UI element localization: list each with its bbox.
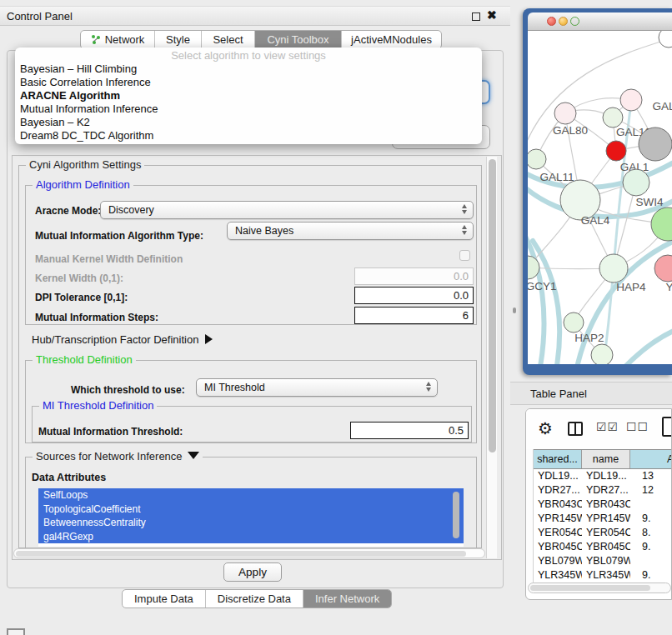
node-label: GAL11 [539,171,574,183]
network-node[interactable] [651,208,672,241]
expand-arrow-icon[interactable] [205,334,213,344]
tab-label: Style [166,33,190,46]
attribute-item-gal4rgexp[interactable]: gal4RGexp [38,530,464,544]
dpi-tolerance-field[interactable]: 0.0 [354,287,474,304]
which-threshold-select[interactable]: MI Threshold [196,378,438,397]
menu-item-bayesian-k2[interactable]: Bayesian – K2 [15,116,482,129]
table-cell: 9. [630,568,672,582]
menu-item-bayesian-hill-climbing[interactable]: Bayesian – Hill Climbing [15,62,482,76]
data-attributes-list[interactable]: SelfLoopsTopologicalCoefficientBetweenne… [38,488,464,547]
node-label: GCY1 [528,280,556,292]
minimized-panel-icon[interactable] [7,628,25,635]
attribute-item-betweennesscentrality[interactable]: BetweennessCentrality [38,516,464,530]
data-attributes-label: Data Attributes [32,472,106,483]
algorithm-dropdown-items: Bayesian – Hill ClimbingBasic Correlatio… [15,62,482,142]
table-row[interactable]: YDL19...YDL19...13 [534,469,672,483]
menu-item-dream8-dc-tdc-algorithm[interactable]: Dream8 DC_TDC Algorithm [15,129,482,142]
settings-horizontal-scrollbar[interactable] [13,548,485,558]
manual-kernel-width-checkbox[interactable] [459,250,470,261]
zoom-traffic-light-icon[interactable] [570,17,579,26]
close-window-icon[interactable]: ✖ [487,8,497,22]
table-row[interactable]: YBL079WYBL079W [534,554,672,568]
column-layout-icon[interactable] [568,422,583,436]
table-horizontal-scrollbar-thumb[interactable] [530,585,650,591]
column-header-a[interactable]: A [630,450,672,468]
collapse-arrow-icon[interactable] [188,452,199,459]
table-cell: YLR345W [582,568,630,582]
mi-threshold-definition-title: MI Threshold Definition [39,399,157,412]
network-node[interactable] [591,344,613,364]
table-cell: YDR27... [534,483,582,498]
table-cell [630,554,672,568]
attribute-item-topologicalcoefficient[interactable]: TopologicalCoefficient [38,502,464,517]
deselect-all-checkboxes-icon[interactable]: ☐☐ [626,420,649,433]
table-cell: YLR345W [534,568,582,582]
network-node-hap2[interactable] [564,312,584,332]
network-canvas[interactable]: GALGAL80GAL10GAL1GAL11SWI4GAL4GCY1HAP4YH… [528,31,672,364]
column-header-shared[interactable]: shared... [534,450,582,468]
tab-impute-data[interactable]: Impute Data [123,590,205,608]
table-cell: 13 [630,469,672,483]
network-node-swi4[interactable] [623,169,649,196]
table-row[interactable]: YLR345WYLR345W9. [534,568,672,582]
table-cell: 8. [630,526,672,540]
network-window-titlebar[interactable] [528,12,672,31]
settings-vertical-scrollbar[interactable] [486,157,497,558]
document-icon[interactable] [662,417,672,437]
table-panel-window: ⚙ ☑☑ ☐☐ shared...nameA YDL19...YDL19...1… [525,408,672,600]
attribute-item-selfloops[interactable]: SelfLoops [38,488,464,502]
aracne-mode-select[interactable]: Discovery [100,201,474,219]
split-pane-divider-handle[interactable] [513,308,516,313]
table-cell: YBR045C [534,540,582,554]
hub-definition-label[interactable]: Hub/Transcription Factor Definition [32,333,213,346]
node-label: GAL4 [581,214,610,227]
mi-steps-field[interactable]: 6 [354,307,474,324]
mi-algorithm-type-select[interactable]: Naive Bayes [227,222,474,240]
table-cell: YER054C [534,526,582,540]
network-node-gal10[interactable] [603,108,623,128]
table-row[interactable]: YPR145WYPR145W9. [534,512,672,526]
tab-infer-network[interactable]: Infer Network [303,590,391,608]
network-canvas-svg: GALGAL80GAL10GAL1GAL11SWI4GAL4GCY1HAP4YH… [528,31,672,364]
tab-cyni-toolbox[interactable]: Cyni Toolbox [254,31,341,48]
tab-jactivemnodules[interactable]: jActiveMNodules [341,31,441,48]
select-all-checkboxes-icon[interactable]: ☑☑ [596,420,619,433]
settings-horizontal-scrollbar-thumb[interactable] [16,551,466,557]
hub-definition-text: Hub/Transcription Factor Definition [32,333,198,346]
network-node-gal11[interactable] [528,149,546,169]
network-node[interactable] [659,31,672,48]
menu-item-basic-correlation-inference[interactable]: Basic Correlation Inference [15,76,482,89]
minimize-traffic-light-icon[interactable] [559,17,568,26]
apply-button[interactable]: Apply [223,562,282,582]
menu-item-aracne-algorithm[interactable]: ARACNE Algorithm [15,89,482,102]
attribute-list-scrollbar-thumb[interactable] [453,492,459,538]
table-row[interactable]: YER054CYER054C8. [534,526,672,540]
mi-algorithm-type-value: Naive Bayes [235,225,293,237]
network-node-gal1[interactable] [606,141,626,161]
tab-style[interactable]: Style [154,31,201,48]
data-attributes-items: SelfLoopsTopologicalCoefficientBetweenne… [38,488,464,543]
menu-item-mutual-information-inference[interactable]: Mutual Information Inference [15,102,482,116]
table-horizontal-scrollbar[interactable] [528,582,671,593]
tab-select[interactable]: Select [201,31,254,48]
float-window-icon[interactable] [472,12,480,21]
network-node-y[interactable] [654,255,672,282]
tab-discretize-data[interactable]: Discretize Data [205,590,303,608]
table-row[interactable]: YBR045CYBR045C9. [534,540,672,554]
network-node-hap4[interactable] [599,254,628,282]
close-traffic-light-icon[interactable] [547,17,556,26]
screen: Control Panel ✖ NetworkStyleSelectCyni T… [0,0,672,635]
network-node[interactable] [639,128,672,161]
network-node-gal[interactable] [620,89,642,111]
table-row[interactable]: YBR043CYBR043C [534,498,672,512]
mi-threshold-field[interactable]: 0.5 [350,422,469,439]
network-node-gal80[interactable] [554,102,576,124]
network-edge [621,326,672,364]
table-row[interactable]: YDR27...YDR27...12 [534,483,672,498]
node-label: GAL80 [553,124,588,137]
which-threshold-value: MI Threshold [204,382,265,393]
column-header-name[interactable]: name [582,450,630,468]
tab-network[interactable]: Network [81,31,154,48]
settings-gear-icon[interactable]: ⚙ [538,418,553,438]
settings-vertical-scrollbar-thumb[interactable] [489,159,496,452]
